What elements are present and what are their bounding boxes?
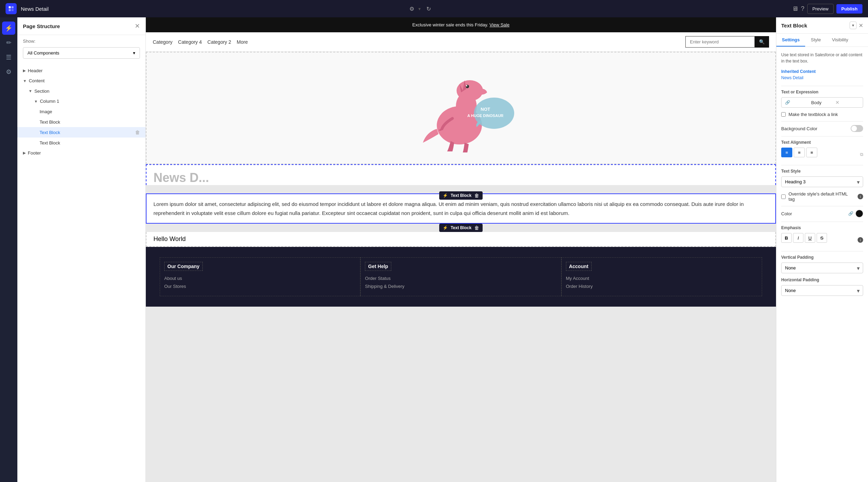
footer-link-order-history[interactable]: Order History [566, 284, 758, 289]
news-title-section: News D... ⚡ Text Block 🗑 [146, 164, 776, 193]
gear-icon[interactable]: ⚙ [409, 6, 414, 12]
override-html-checkbox[interactable] [781, 194, 786, 199]
view-sale-link[interactable]: View Sale [490, 22, 510, 27]
svg-rect-3 [11, 9, 14, 11]
vertical-padding-select-row: None Small Medium Large [781, 263, 863, 273]
preview-button[interactable]: Preview [807, 4, 834, 14]
hello-world-text: Hello World [153, 235, 768, 243]
float-toolbar-1: ⚡ Text Block 🗑 [439, 191, 483, 200]
right-panel-tabs: Settings Style Visibility [776, 34, 868, 47]
align-right-button[interactable]: ≡ [806, 148, 817, 157]
text-style-select-row: None Heading 1 Heading 2 Heading 3 Headi… [781, 176, 863, 187]
icon-sidebar: ⚡ ✏ ☰ ⚙ [0, 17, 17, 482]
rp-close-button[interactable]: ✕ [859, 22, 863, 29]
tab-visibility[interactable]: Visibility [826, 34, 854, 47]
emphasis-row: B I U S i [781, 233, 863, 247]
horizontal-padding-select[interactable]: None Small Medium Large [781, 285, 863, 296]
footer-link-about[interactable]: About us [164, 276, 356, 281]
tree-item-textblock1[interactable]: Text Block 🗑 [17, 117, 145, 127]
dropdown-arrow-icon[interactable]: ▾ [418, 6, 421, 11]
copy-alignment-icon[interactable]: ⧉ [860, 152, 863, 157]
footer-link-my-account[interactable]: My Account [566, 276, 758, 281]
svg-rect-1 [11, 6, 14, 8]
tab-style[interactable]: Style [805, 34, 826, 47]
sidebar-edit-icon[interactable]: ✏ [2, 36, 15, 49]
sidebar-menu-icon[interactable]: ☰ [2, 51, 15, 64]
bg-color-toggle[interactable] [851, 125, 863, 132]
right-panel-header: Text Block ▾ ✕ [776, 17, 868, 34]
text-style-label: Text Style [781, 169, 863, 174]
nav-category-link[interactable]: Category [153, 39, 173, 45]
svg-text:NOT: NOT [481, 107, 490, 112]
tree-item-textblock3[interactable]: Text Block 🗑 [17, 138, 145, 148]
color-swatch[interactable] [856, 210, 863, 217]
divider-2 [781, 121, 863, 122]
hello-world-block: Hello World [146, 232, 776, 247]
rp-action-btn-1[interactable]: ▾ [850, 22, 857, 29]
tree-item-footer[interactable]: ▶ Footer [17, 148, 145, 158]
nav-category2-link[interactable]: Category 2 [207, 39, 231, 45]
clear-text-icon[interactable]: ✕ [835, 100, 859, 105]
tab-settings[interactable]: Settings [776, 34, 805, 47]
footer-col-help: Get Help Order Status Shipping & Deliver… [360, 257, 561, 296]
tree-item-header[interactable]: ▶ Header [17, 66, 145, 76]
vertical-padding-select[interactable]: None Small Medium Large [781, 263, 863, 273]
align-left-button[interactable]: ≡ [781, 148, 792, 157]
color-link-icon[interactable]: 🔗 [848, 211, 853, 216]
align-center-button[interactable]: ≡ [794, 148, 805, 157]
arrow-icon: ▶ [23, 151, 26, 155]
inherited-content-value: News Detail [781, 75, 863, 80]
text-style-select[interactable]: None Heading 1 Heading 2 Heading 3 Headi… [781, 176, 863, 187]
info-icon[interactable]: i [858, 194, 863, 199]
tree-item-textblock2[interactable]: Text Block 🗑 [17, 127, 145, 138]
color-controls: 🔗 [847, 210, 863, 217]
all-components-dropdown[interactable]: All Components ▾ [23, 47, 140, 59]
make-link-row: Make the textblock a link [781, 112, 863, 117]
svg-point-9 [474, 98, 514, 129]
search-input[interactable] [685, 36, 755, 48]
footer-link-shipping[interactable]: Shipping & Delivery [365, 284, 557, 289]
nav-more-link[interactable]: More [237, 39, 248, 45]
float-delete-1[interactable]: 🗑 [474, 193, 479, 198]
float-label-1[interactable]: Text Block [451, 193, 471, 198]
nav-category4-link[interactable]: Category 4 [178, 39, 202, 45]
publish-button[interactable]: Publish [836, 4, 862, 14]
divider-1 [781, 86, 863, 86]
svg-rect-0 [9, 6, 11, 8]
tree-item-content[interactable]: ▼ Content [17, 76, 145, 86]
page-structure-panel: Page Structure ✕ Show: All Components ▾ … [17, 17, 146, 482]
arrow-icon: ▼ [28, 89, 32, 93]
make-link-label: Make the textblock a link [788, 112, 838, 117]
emphasis-label: Emphasis [781, 225, 863, 230]
tree-item-column1[interactable]: ▼ Column 1 [17, 96, 145, 106]
bold-button[interactable]: B [781, 233, 792, 243]
text-expression-input[interactable]: 🔗 Body ✕ [781, 97, 863, 108]
tree-item-image[interactable]: Image 🗑 [17, 106, 145, 117]
underline-button[interactable]: U [805, 233, 815, 243]
bg-color-label: Background Color [781, 126, 817, 131]
news-title: News D... [153, 171, 768, 185]
footer-link-stores[interactable]: Our Stores [164, 284, 356, 289]
tree-label-content: Content [29, 78, 45, 83]
canvas-area: Exclusive winter sale ends this Friday. … [146, 17, 776, 482]
float-label-2[interactable]: Text Block [451, 225, 471, 230]
page-structure-close-button[interactable]: ✕ [135, 22, 140, 30]
footer-link-order-status[interactable]: Order Status [365, 276, 557, 281]
italic-button[interactable]: I [793, 233, 803, 243]
sidebar-lightning-icon[interactable]: ⚡ [2, 22, 15, 35]
monitor-icon[interactable]: 🖥 [792, 5, 798, 13]
search-button[interactable]: 🔍 [755, 36, 769, 48]
strikethrough-button[interactable]: S [817, 233, 827, 243]
horizontal-padding-select-row: None Small Medium Large [781, 285, 863, 296]
sidebar-settings-icon[interactable]: ⚙ [2, 65, 15, 78]
tree-item-section[interactable]: ▼ Section 🗑 [17, 86, 145, 96]
dropdown-chevron-icon: ▾ [133, 50, 135, 56]
help-icon[interactable]: ? [801, 5, 804, 13]
divider-6 [781, 222, 863, 222]
refresh-icon[interactable]: ↻ [426, 6, 431, 12]
delete-textblock2-icon[interactable]: 🗑 [135, 130, 140, 135]
make-link-checkbox[interactable] [781, 112, 786, 117]
emphasis-info-icon[interactable]: i [858, 237, 863, 243]
page-structure-tree: ▶ Header ▼ Content ▼ Section 🗑 ▼ Column … [17, 63, 145, 482]
float-delete-2[interactable]: 🗑 [474, 225, 479, 231]
